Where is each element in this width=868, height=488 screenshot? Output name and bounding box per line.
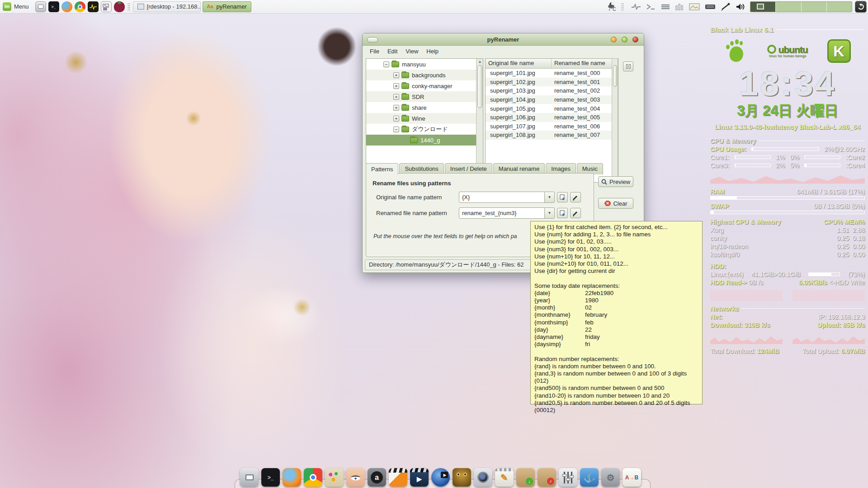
table-row[interactable]: supergirl_106.jpgrename_test_005 xyxy=(486,113,618,122)
table-row[interactable]: supergirl_103.jpgrename_test_002 xyxy=(486,86,618,95)
dock-icon-camera[interactable] xyxy=(474,468,492,487)
dock-icon-video-player[interactable]: ▶ xyxy=(410,468,429,487)
table-row[interactable]: supergirl_104.jpgrename_test_003 xyxy=(486,95,618,104)
tree-item-backgrounds[interactable]: + backgrounds xyxy=(366,70,476,80)
prompt-icon[interactable] xyxy=(646,4,656,10)
expand-icon[interactable]: + xyxy=(393,94,399,100)
taskbar-item-rdesktop[interactable]: [rdesktop - 192.168.... xyxy=(133,1,201,12)
dock-icon-openshot[interactable] xyxy=(389,468,407,487)
tree-item-wine[interactable]: + Wine xyxy=(366,113,476,124)
tree-item-1440g[interactable]: 1440_g xyxy=(366,135,476,145)
tab-patterns[interactable]: Patterns xyxy=(366,163,398,174)
chart-bars-icon[interactable] xyxy=(675,3,684,10)
raspberry-pi-icon[interactable] xyxy=(114,1,125,12)
firefox-icon[interactable] xyxy=(61,1,72,12)
expand-icon[interactable]: + xyxy=(393,105,399,111)
tree-item-conky-manager[interactable]: + conky-manager xyxy=(366,80,476,91)
image-icon[interactable] xyxy=(689,3,700,10)
dock-icon-paint[interactable] xyxy=(325,468,344,487)
swap-bar xyxy=(710,211,865,214)
menu-label: Menu xyxy=(14,3,29,10)
file-list-scrollbar[interactable] xyxy=(612,58,618,183)
pulse-icon[interactable] xyxy=(631,3,641,10)
minimize-button[interactable] xyxy=(611,37,617,42)
tree-item-share[interactable]: + share xyxy=(366,102,476,113)
dock-icon-mixer[interactable] xyxy=(559,468,577,487)
dock-icon-docky-anchor[interactable]: ⚓ xyxy=(580,468,599,487)
collapse-icon[interactable]: − xyxy=(393,127,399,132)
table-row[interactable]: supergirl_102.jpgrename_test_001 xyxy=(486,78,618,87)
dock-icon-terminal[interactable]: >_ xyxy=(261,468,280,487)
keyboard-icon[interactable] xyxy=(705,4,716,9)
terminal-icon[interactable]: >_ xyxy=(48,1,59,12)
chevron-down-icon[interactable]: ▼ xyxy=(545,207,555,219)
table-row[interactable]: supergirl_107.jpgrename_test_006 xyxy=(486,122,618,131)
close-button[interactable] xyxy=(632,37,638,42)
dock-icon-package-music[interactable]: ♪ xyxy=(538,468,556,487)
volume-icon[interactable] xyxy=(736,3,745,11)
dock-icon-owl-app[interactable] xyxy=(453,468,471,487)
original-pattern-input[interactable]: {X} xyxy=(459,192,545,203)
paste-pattern-button[interactable] xyxy=(557,192,568,202)
workspace-2[interactable] xyxy=(776,2,801,12)
tree-item-downloads[interactable]: − ダウンロード xyxy=(366,124,476,135)
file-manager-icon[interactable] xyxy=(35,1,46,12)
table-row[interactable]: supergirl_108.jpgrename_test_007 xyxy=(486,131,618,140)
paste-pattern-button[interactable] xyxy=(557,208,568,218)
dock-icon-package-installer[interactable]: ↓ xyxy=(516,468,535,487)
chevron-down-icon[interactable]: ▼ xyxy=(545,192,555,203)
dock-icon-file-manager[interactable] xyxy=(240,468,259,487)
signal-generator-icon[interactable] xyxy=(101,1,112,12)
menu-view[interactable]: View xyxy=(402,47,422,56)
dock-icon-movie-globe[interactable]: ▶ xyxy=(431,468,450,487)
dock-icon-pinta-eye[interactable] xyxy=(346,468,365,487)
workspace-1[interactable] xyxy=(750,2,776,12)
tree-item-sdr[interactable]: + SDR xyxy=(366,91,476,102)
dock-icon-chrome[interactable] xyxy=(304,468,322,487)
download-graph xyxy=(710,333,783,344)
workspace-4[interactable] xyxy=(827,2,852,12)
clear-button[interactable]: ✕ Clear xyxy=(598,198,633,209)
expand-icon[interactable]: + xyxy=(393,72,399,78)
panel-grip[interactable] xyxy=(621,3,624,11)
column-original[interactable]: Original file name xyxy=(486,59,552,68)
chrome-icon[interactable] xyxy=(75,1,85,12)
column-renamed[interactable]: Renamed file name xyxy=(552,59,618,68)
menu-file[interactable]: File xyxy=(366,47,383,56)
panel-grip[interactable] xyxy=(127,3,130,11)
window-title: pyRenamer xyxy=(487,36,519,43)
tree-item-mansyuu[interactable]: − mansyuu xyxy=(366,59,476,70)
edit-pattern-button[interactable] xyxy=(570,208,581,218)
tree-vertical-scrollbar[interactable]: ▲ ▼ xyxy=(476,59,483,180)
expand-icon[interactable]: + xyxy=(393,83,399,89)
power-button[interactable] xyxy=(855,1,867,13)
table-row[interactable]: supergirl_101.jpgrename_test_000 xyxy=(486,69,618,78)
table-row[interactable]: supergirl_105.jpgrename_test_004 xyxy=(486,104,618,113)
folder-icon xyxy=(401,72,409,78)
dock-icon-firefox[interactable] xyxy=(283,468,301,487)
preview-button[interactable]: Preview xyxy=(598,176,633,187)
weather-applet[interactable]: 7°C xyxy=(608,2,617,12)
taskbar-item-pyrenamer[interactable]: Aa pyRenamer xyxy=(203,1,251,12)
menu-lines-icon[interactable] xyxy=(661,4,670,10)
stylus-icon[interactable] xyxy=(721,3,731,11)
dock-icon-translator[interactable]: A→B xyxy=(623,468,641,487)
oscilloscope-icon[interactable] xyxy=(88,1,99,12)
section-title: Rename files using patterns xyxy=(373,180,451,187)
menu-button[interactable]: lm Menu xyxy=(0,0,33,14)
menu-edit[interactable]: Edit xyxy=(384,47,401,56)
maximize-button[interactable] xyxy=(622,37,627,42)
renamed-pattern-input[interactable]: rename_test_{num3} xyxy=(459,207,545,219)
dock-icon-amarok[interactable]: a xyxy=(368,468,386,487)
dock-icon-settings-gears[interactable]: ⚙ xyxy=(601,468,620,487)
title-bar[interactable]: pyRenamer xyxy=(363,33,644,46)
window-menu-button[interactable] xyxy=(367,37,378,42)
edit-pattern-button[interactable] xyxy=(570,192,581,202)
workspace-3[interactable] xyxy=(802,2,827,12)
collapse-icon[interactable]: − xyxy=(383,61,389,67)
column-options-button[interactable] xyxy=(623,61,633,71)
net-ip: IP: 192.168.12.3 xyxy=(818,314,865,320)
expand-icon[interactable]: + xyxy=(393,116,399,122)
dock-icon-text-editor[interactable]: ✎ xyxy=(495,468,514,487)
menu-help[interactable]: Help xyxy=(423,47,442,56)
